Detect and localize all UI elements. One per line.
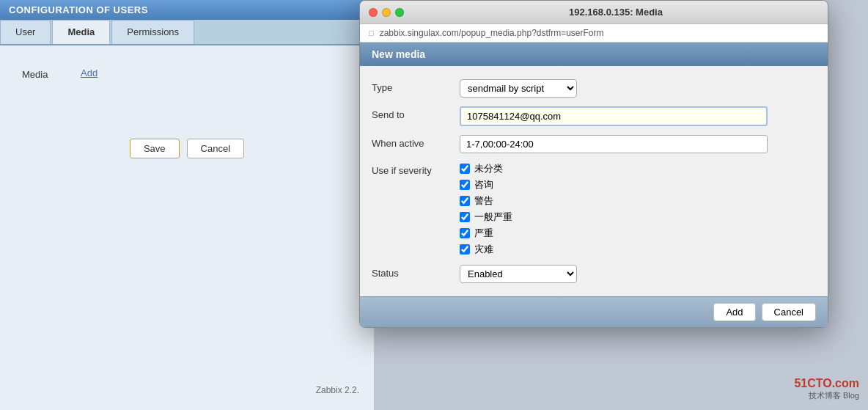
severity-checkbox-5[interactable] <box>460 244 470 255</box>
cancel-button[interactable]: Cancel <box>187 139 244 158</box>
tab-media[interactable]: Media <box>52 20 110 44</box>
sendto-row: Send to <box>360 102 828 131</box>
whenactive-row: When active <box>360 131 828 158</box>
status-row: Status Enabled Disabled <box>360 260 828 288</box>
modal-title-bar: 192.168.0.135: Media <box>360 1 828 24</box>
new-media-header: New media <box>360 43 828 66</box>
modal-footer: Add Cancel <box>360 296 828 327</box>
severity-item-4[interactable]: 严重 <box>460 227 816 240</box>
add-link-area: Add <box>81 67 98 78</box>
severity-checkbox-1[interactable] <box>460 180 470 190</box>
severity-checkbox-3[interactable] <box>460 212 470 222</box>
severity-item-3[interactable]: 一般严重 <box>460 211 816 224</box>
minimize-window-button[interactable] <box>382 8 391 17</box>
status-label: Status <box>372 265 460 279</box>
page-title: CONFIGURATION OF USERS <box>0 0 374 20</box>
media-row: Media Add <box>22 67 352 80</box>
severity-checkbox-2[interactable] <box>460 196 470 206</box>
sendto-input[interactable] <box>460 106 768 126</box>
maximize-window-button[interactable] <box>395 8 404 17</box>
sendto-label: Send to <box>372 106 460 120</box>
type-control: sendmail by script <box>460 79 816 98</box>
url-text: zabbix.singulax.com/popup_media.php?dstf… <box>380 28 604 38</box>
whenactive-label: When active <box>372 135 460 149</box>
whenactive-input[interactable] <box>460 135 768 153</box>
tab-user[interactable]: User <box>0 20 51 44</box>
status-select[interactable]: Enabled Disabled <box>460 265 577 283</box>
tabs-bar: User Media Permissions <box>0 20 374 45</box>
severity-list: 未分类 咨询 警告 一般严重 <box>460 162 816 256</box>
severity-checkbox-4[interactable] <box>460 228 470 238</box>
close-window-button[interactable] <box>369 8 378 17</box>
status-control: Enabled Disabled <box>460 265 816 283</box>
add-media-link[interactable]: Add <box>81 67 98 78</box>
modal-add-button[interactable]: Add <box>713 303 755 321</box>
type-select[interactable]: sendmail by script <box>460 79 577 98</box>
severity-checkboxes: 未分类 咨询 警告 一般严重 <box>460 162 816 256</box>
background-panel: CONFIGURATION OF USERS User Media Permis… <box>0 0 374 410</box>
modal-cancel-button[interactable]: Cancel <box>762 303 816 321</box>
bg-content-area: Media Add Save Cancel <box>0 45 374 173</box>
severity-item-0[interactable]: 未分类 <box>460 162 816 175</box>
zabbix-version: Zabbix 2.2. <box>316 385 359 395</box>
modal-body: New media Type sendmail by script Send t… <box>360 43 828 327</box>
watermark-brand: 51CTO.com <box>794 377 859 390</box>
save-button[interactable]: Save <box>130 139 180 158</box>
url-bar: □ zabbix.singulax.com/popup_media.php?ds… <box>360 24 828 43</box>
severity-row: Use if severity 未分类 咨询 <box>360 158 828 260</box>
form-buttons: Save Cancel <box>22 139 352 158</box>
watermark: 51CTO.com 技术博客 Blog <box>794 377 859 401</box>
type-label: Type <box>372 79 460 93</box>
severity-item-1[interactable]: 咨询 <box>460 178 816 191</box>
severity-item-5[interactable]: 灾难 <box>460 243 816 256</box>
page-icon: □ <box>369 29 374 37</box>
media-form: Type sendmail by script Send to <box>360 66 828 296</box>
watermark-subtitle: 技术博客 Blog <box>794 390 859 401</box>
modal-title: 192.168.0.135: Media <box>413 7 819 18</box>
severity-item-2[interactable]: 警告 <box>460 194 816 208</box>
modal-window: 192.168.0.135: Media □ zabbix.singulax.c… <box>359 0 828 328</box>
severity-label: Use if severity <box>372 162 460 176</box>
media-label: Media <box>22 67 66 80</box>
tab-permissions[interactable]: Permissions <box>111 20 194 44</box>
whenactive-control <box>460 135 816 153</box>
traffic-lights <box>369 8 404 17</box>
sendto-control <box>460 106 816 126</box>
severity-checkbox-0[interactable] <box>460 164 470 174</box>
type-row: Type sendmail by script <box>360 75 828 102</box>
